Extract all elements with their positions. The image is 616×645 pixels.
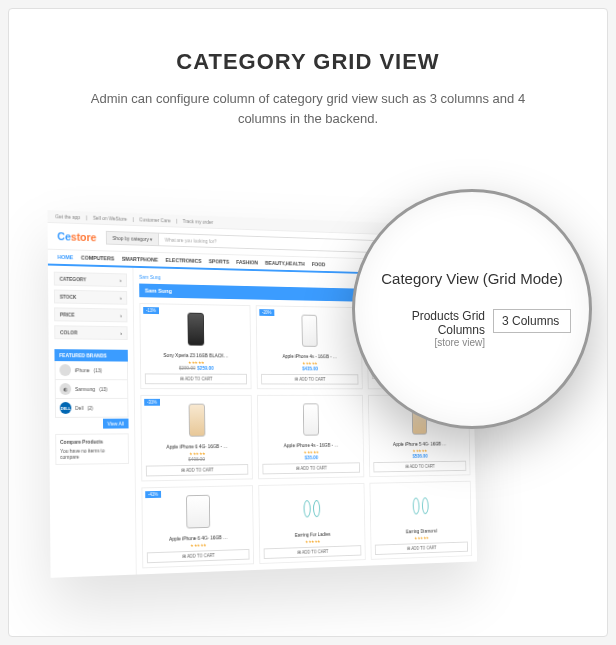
product-name: Apple iPhone 4s - 16GB - …	[262, 442, 359, 449]
price-row: $299.00$259.00	[145, 365, 247, 371]
product-name: Apple iPhone 5 4G- 16GB …	[373, 441, 466, 448]
feature-subtitle: Admin can configure column of category g…	[88, 89, 528, 128]
grid-columns-select[interactable]: 3 Columns	[493, 309, 571, 333]
product-card[interactable]: Apple iPhone 4s - 16GB - …★★★★★$35.00⊞ A…	[257, 395, 364, 479]
nav-item[interactable]: SMARTPHONE	[122, 256, 158, 263]
category-title: Sam Sung	[145, 288, 172, 294]
compare-title: Compare Products	[60, 438, 124, 445]
add-to-cart-button[interactable]: ⊞ ADD TO CART	[264, 545, 362, 559]
product-name: Sony Xperia Z3 16GB BLACK…	[145, 352, 247, 359]
rating-stars: ★★★★★	[375, 534, 468, 542]
config-row: Products Grid Columns [store view] 3 Col…	[373, 309, 571, 348]
product-card[interactable]: Earring For Ladies★★★★★⊞ ADD TO CART	[258, 483, 365, 564]
filter-price[interactable]: PRICE›	[54, 307, 127, 322]
price-row: $35.00	[262, 454, 359, 461]
brand-icon	[59, 364, 71, 376]
product-card[interactable]: -11%Sony Xperia Z3 16GB BLACK…★★★★★$299.…	[139, 303, 251, 389]
product-name: Apple iPhone 4s - 16GB - …	[261, 353, 358, 359]
nav-item[interactable]: BEAUTY,HEALTH	[265, 260, 305, 267]
add-to-cart-button[interactable]: ⊞ ADD TO CART	[261, 374, 358, 385]
brand-row[interactable]: iPhone (13)	[55, 361, 129, 380]
filter-category[interactable]: CATEGORY›	[54, 272, 127, 288]
product-image	[304, 500, 311, 517]
feature-title: CATEGORY GRID VIEW	[29, 49, 587, 75]
product-image	[313, 500, 320, 517]
nav-item[interactable]: FASHION	[236, 259, 258, 265]
product-card[interactable]: -41%Apple iPhone 6 4G- 16GB …★★★★★⊞ ADD …	[141, 485, 254, 568]
discount-badge: -11%	[143, 307, 158, 314]
price-row: $435.00	[261, 365, 358, 371]
magnifier-lens: Category View (Grid Mode) Products Grid …	[352, 189, 592, 429]
view-all-button[interactable]: View All	[103, 419, 129, 429]
nav-item[interactable]: COMPUTERS	[81, 255, 114, 262]
price-row: $498.00	[146, 455, 248, 462]
product-image	[186, 495, 210, 529]
rating-stars: ★★★★★	[264, 538, 362, 546]
product-card[interactable]: -20%Apple iPhone 4s - 16GB - …★★★★★$435.…	[256, 305, 363, 389]
nav-item[interactable]: SPORTS	[209, 258, 229, 264]
product-image	[303, 403, 319, 435]
brand-icon: DELL	[60, 402, 72, 414]
store-logo[interactable]: Cestore	[57, 230, 96, 243]
filter-color[interactable]: COLOR›	[54, 325, 127, 340]
config-scope: [store view]	[373, 337, 485, 348]
product-image	[187, 313, 204, 346]
add-to-cart-button[interactable]: ⊞ ADD TO CART	[146, 464, 248, 476]
top-link[interactable]: Sell on WeStore	[93, 215, 127, 222]
add-to-cart-button[interactable]: ⊞ ADD TO CART	[373, 461, 466, 473]
featured-brands-title: FEATURED BRANDS	[54, 349, 127, 361]
discount-badge: -41%	[145, 491, 160, 498]
product-card[interactable]: -31%Apple iPhone 6 4G- 16GB - …★★★★★$498…	[140, 395, 252, 482]
brand-row[interactable]: DELLDell (2)	[55, 399, 129, 418]
search-category-select[interactable]: Shop by category ▾	[106, 231, 160, 246]
discount-badge: -31%	[144, 399, 159, 406]
compare-msg: You have no items to compare	[60, 447, 124, 460]
brand-row[interactable]: ◐Samsung (13)	[55, 380, 129, 399]
price-row: $536.00	[373, 452, 466, 459]
sidebar: CATEGORY› STOCK› PRICE› COLOR› FEATURED …	[48, 266, 137, 578]
nav-item[interactable]: ELECTRONICS	[165, 257, 201, 264]
add-to-cart-button[interactable]: ⊞ ADD TO CART	[147, 549, 250, 563]
config-field-label: Products Grid Columns [store view]	[373, 309, 485, 348]
brand-icon: ◐	[60, 383, 72, 395]
top-link[interactable]: Get the app	[55, 213, 80, 220]
config-section-title: Category View (Grid Mode)	[373, 270, 571, 287]
add-to-cart-button[interactable]: ⊞ ADD TO CART	[375, 542, 468, 555]
product-card[interactable]: Earring Diamond★★★★★⊞ ADD TO CART	[369, 481, 472, 560]
add-to-cart-button[interactable]: ⊞ ADD TO CART	[145, 373, 247, 384]
compare-box: Compare Products You have no items to co…	[55, 433, 129, 465]
feature-card: CATEGORY GRID VIEW Admin can configure c…	[8, 8, 608, 637]
product-image	[422, 497, 429, 514]
nav-item[interactable]: FOOD	[312, 261, 326, 267]
heading-block: CATEGORY GRID VIEW Admin can configure c…	[9, 9, 607, 138]
top-link[interactable]: Track my order	[183, 218, 213, 225]
rating-stars: ★★★★★	[147, 541, 250, 549]
nav-item[interactable]: HOME	[57, 254, 73, 260]
filter-stock[interactable]: STOCK›	[54, 289, 127, 304]
product-image	[413, 498, 420, 515]
discount-badge: -20%	[259, 309, 274, 316]
product-image	[301, 315, 317, 347]
product-image	[189, 404, 206, 437]
illustration-canvas: Get the app| Sell on WeStore| Customer C…	[9, 189, 607, 636]
top-link[interactable]: Customer Care	[139, 216, 170, 223]
add-to-cart-button[interactable]: ⊞ ADD TO CART	[262, 462, 360, 474]
product-name: Apple iPhone 6 4G- 16GB - …	[146, 443, 248, 450]
